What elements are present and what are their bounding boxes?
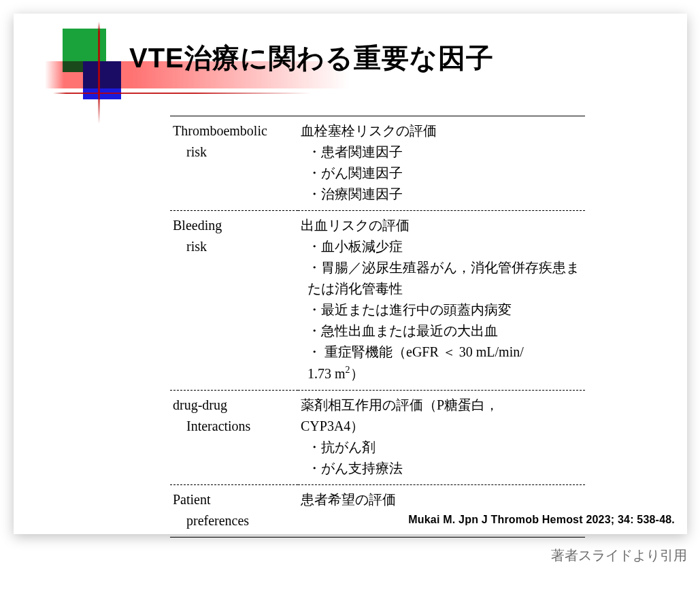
citation: Mukai M. Jpn J Thromob Hemost 2023; 34: … bbox=[408, 514, 675, 526]
row-item: 患者関連因子 bbox=[301, 142, 582, 163]
row-heading: 出血リスクの評価 bbox=[301, 215, 582, 236]
page: VTE治療に関わる重要な因子 Thromboembolic risk 血栓塞栓リ… bbox=[0, 0, 700, 594]
row-label-line1: Patient bbox=[173, 489, 295, 510]
row-label-line2: risk bbox=[173, 236, 295, 257]
row-item: 血小板減少症 bbox=[301, 236, 582, 257]
table-row: Bleeding risk 出血リスクの評価 血小板減少症 胃腸／泌尿生殖器がん… bbox=[170, 211, 585, 391]
table-row: Thromboembolic risk 血栓塞栓リスクの評価 患者関連因子 がん… bbox=[170, 116, 585, 211]
row-heading: 患者希望の評価 bbox=[301, 489, 582, 510]
slide: VTE治療に関わる重要な因子 Thromboembolic risk 血栓塞栓リ… bbox=[14, 14, 687, 534]
row-item: 胃腸／泌尿生殖器がん，消化管併存疾患または消化管毒性 bbox=[301, 257, 582, 299]
slide-caption: 著者スライドより引用 bbox=[14, 546, 687, 565]
row-label-line2: preferences bbox=[173, 510, 295, 531]
row-heading: 薬剤相互作用の評価（P糖蛋白，CYP3A4） bbox=[301, 395, 582, 437]
row-item: がん支持療法 bbox=[301, 458, 582, 479]
table-row: Patient preferences 患者希望の評価 bbox=[170, 484, 585, 537]
row-item: 急性出血または最近の大出血 bbox=[301, 320, 582, 342]
table-row: drug-drug Interactions 薬剤相互作用の評価（P糖蛋白，CY… bbox=[170, 390, 585, 484]
row-item: がん関連因子 bbox=[301, 163, 582, 184]
slide-deco bbox=[33, 22, 135, 103]
deco-red-hline bbox=[53, 93, 312, 94]
slide-title: VTE治療に関わる重要な因子 bbox=[129, 39, 494, 77]
row-item: 抗がん剤 bbox=[301, 437, 582, 458]
row-label-line1: Thromboembolic bbox=[173, 120, 295, 142]
row-item: 最近または進行中の頭蓋内病変 bbox=[301, 299, 582, 320]
row-item: 治療関連因子 bbox=[301, 184, 582, 205]
row-label-line2: Interactions bbox=[173, 416, 295, 437]
factors-table: Thromboembolic risk 血栓塞栓リスクの評価 患者関連因子 がん… bbox=[170, 116, 585, 538]
row-item-text: 重症腎機能（eGFR ＜ 30 mL/min/1.73 m2） bbox=[307, 344, 524, 381]
row-label-line1: Bleeding bbox=[173, 215, 295, 236]
row-label-line1: drug-drug bbox=[173, 395, 295, 416]
row-item: 重症腎機能（eGFR ＜ 30 mL/min/1.73 m2） bbox=[301, 342, 582, 384]
row-label-line2: risk bbox=[173, 142, 295, 163]
deco-red-vline bbox=[98, 22, 100, 124]
row-heading: 血栓塞栓リスクの評価 bbox=[301, 120, 582, 142]
